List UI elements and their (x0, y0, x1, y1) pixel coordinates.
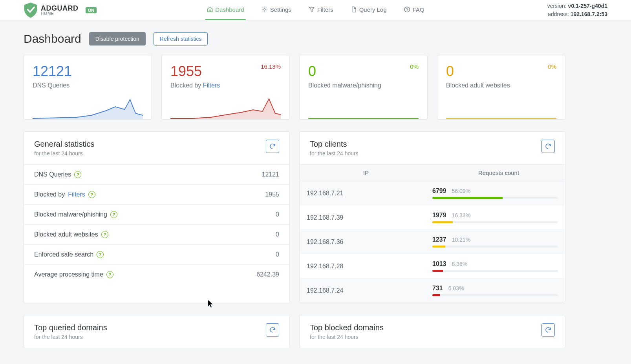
version-label: version: (547, 3, 567, 9)
client-row: 192.168.7.36123710.21% (300, 230, 565, 254)
svg-point-0 (264, 9, 265, 10)
baseline-bar (308, 118, 419, 119)
general-stat-value: 0 (276, 211, 279, 218)
nav-faq[interactable]: FAQ (402, 0, 426, 20)
stat-card-blocked-adult: 0 0% Blocked adult websites (437, 55, 565, 120)
general-statistics-panel: General statistics for the last 24 hours… (24, 131, 290, 303)
stat-label: Blocked by Filters (170, 82, 281, 89)
page-header: Dashboard Disable protection Refresh sta… (24, 32, 565, 46)
progress-bar (432, 270, 558, 272)
stat-label: Blocked malware/phishing (308, 82, 419, 89)
panel-title: Top blocked domains (310, 323, 384, 332)
stat-cards-row: 12121 DNS Queries 1955 16.13% Blocked by… (24, 55, 565, 120)
filters-link[interactable]: Filters (68, 191, 85, 198)
general-stat-value: 6242.39 (256, 271, 279, 278)
nav-dashboard-label: Dashboard (215, 6, 244, 13)
top-queried-domains-panel: Top queried domains for the last 24 hour… (24, 315, 290, 348)
cursor-icon (208, 300, 214, 309)
help-icon[interactable]: ? (74, 171, 81, 178)
help-icon[interactable]: ? (101, 231, 108, 238)
help-icon[interactable]: ? (106, 271, 113, 278)
col-requests: Requests count (432, 165, 565, 181)
progress-fill (432, 270, 443, 272)
panel-subtitle: for the last 24 hours (310, 150, 358, 157)
client-count: 1979 (432, 212, 446, 219)
general-stat-label: Blocked malware/phishing? (34, 211, 117, 218)
client-count: 6799 (432, 187, 446, 195)
nav-faq-label: FAQ (413, 6, 424, 13)
brand[interactable]: ADGUARD HOME ON (24, 2, 97, 18)
panel-title: General statistics (34, 140, 94, 149)
brand-name: ADGUARD (41, 5, 79, 12)
stat-card-blocked-malware: 0 0% Blocked malware/phishing (299, 55, 428, 120)
general-stat-row: Average processing time?6242.39 (24, 265, 289, 284)
general-stat-label: Blocked adult websites? (34, 231, 108, 238)
nav-querylog[interactable]: Query Log (349, 0, 388, 20)
brand-sub: HOME (41, 12, 79, 16)
nav-filters[interactable]: Filters (307, 0, 335, 20)
top-blocked-domains-panel: Top blocked domains for the last 24 hour… (299, 315, 565, 348)
client-count: 1237 (432, 236, 446, 243)
navbar: ADGUARD HOME ON Dashboard Settings Filte… (0, 0, 631, 20)
help-icon[interactable]: ? (88, 191, 95, 198)
progress-bar (432, 197, 558, 199)
client-ip: 192.168.7.36 (307, 238, 432, 246)
nav-settings[interactable]: Settings (260, 0, 293, 20)
stat-card-dns-queries: 12121 DNS Queries (24, 55, 152, 120)
client-pct: 10.21% (452, 237, 470, 243)
client-count: 1013 (432, 260, 446, 268)
nav-filters-label: Filters (317, 6, 333, 13)
filter-icon (309, 6, 315, 13)
stat-label: DNS Queries (33, 82, 143, 89)
general-stat-value: 12121 (262, 171, 280, 178)
client-ip: 192.168.7.39 (307, 214, 432, 221)
stat-pct: 16.13% (261, 63, 281, 70)
general-stat-row: Blocked malware/phishing?0 (24, 205, 289, 225)
refresh-panel-button[interactable] (266, 140, 279, 153)
baseline-bar (446, 118, 556, 119)
svg-point-2 (407, 11, 407, 11)
file-icon (351, 6, 357, 13)
clients-table-head: IP Requests count (300, 165, 565, 181)
stat-value: 1955 (170, 63, 202, 80)
status-badge: ON (86, 7, 97, 13)
stat-label: Blocked adult websites (446, 82, 556, 89)
refresh-panel-button[interactable] (266, 323, 279, 337)
sparkline-icon (170, 96, 281, 119)
version-value: v0.1-257-g40d1 (568, 3, 607, 9)
progress-fill (432, 294, 440, 296)
help-icon[interactable]: ? (110, 211, 117, 218)
client-row: 192.168.7.247316.03% (300, 278, 565, 303)
nav-querylog-label: Query Log (359, 6, 387, 13)
stat-value: 0 (308, 63, 316, 80)
nav-settings-label: Settings (270, 6, 291, 13)
home-icon (207, 6, 213, 13)
address-label: address: (548, 11, 569, 17)
refresh-panel-button[interactable] (541, 140, 555, 153)
stat-pct: 0% (410, 63, 419, 70)
progress-bar (432, 221, 558, 223)
help-icon[interactable]: ? (97, 251, 104, 258)
client-ip: 192.168.7.28 (307, 263, 432, 270)
general-stat-label: Blocked by Filters? (34, 191, 95, 198)
page-title: Dashboard (24, 32, 81, 46)
progress-bar (432, 246, 558, 248)
client-pct: 56.09% (452, 188, 470, 194)
client-pct: 8.36% (452, 261, 468, 267)
client-row: 192.168.7.21679956.09% (300, 181, 565, 206)
disable-protection-button[interactable]: Disable protection (89, 32, 146, 46)
panel-title: Top queried domains (34, 323, 107, 332)
stat-pct: 0% (548, 63, 556, 70)
filters-link[interactable]: Filters (203, 82, 220, 89)
top-clients-panel: Top clients for the last 24 hours IP Req… (299, 131, 565, 303)
nav-tabs: Dashboard Settings Filters Query Log FAQ (205, 0, 426, 20)
refresh-statistics-button[interactable]: Refresh statistics (154, 32, 208, 46)
client-ip: 192.168.7.21 (307, 190, 432, 197)
panel-subtitle: for the last 24 hours (34, 150, 94, 157)
refresh-panel-button[interactable] (541, 323, 555, 337)
general-stat-row: DNS Queries?12121 (24, 165, 289, 185)
nav-dashboard[interactable]: Dashboard (205, 0, 245, 20)
general-stat-label: Enforced safe search? (34, 251, 104, 258)
general-stat-row: Blocked adult websites?0 (24, 225, 289, 245)
client-pct: 6.03% (448, 285, 464, 291)
